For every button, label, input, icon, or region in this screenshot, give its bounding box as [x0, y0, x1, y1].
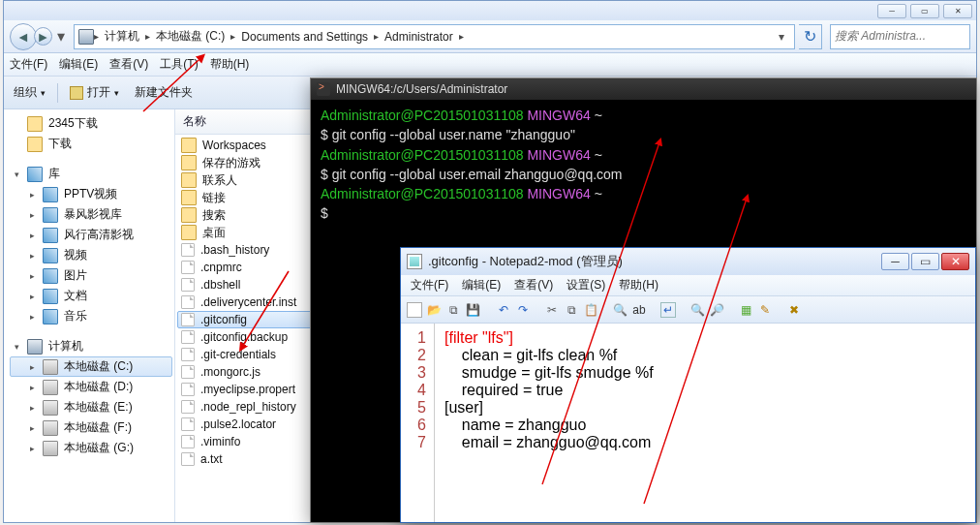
- notepad-editor[interactable]: 1234567 [filter "lfs"] clean = git-lfs c…: [401, 324, 975, 522]
- folder-icon: [181, 155, 197, 170]
- copy-icon[interactable]: ⧉: [564, 302, 579, 318]
- notepad-toolbar: □ 📂 ⧉ 💾 ↶ ↷ ✂ ⧉ 📋 🔍 ab ↵ 🔍 🔎 ▦ ✎ ✖: [401, 296, 975, 324]
- menu-help[interactable]: 帮助(H): [210, 56, 250, 73]
- refresh-button[interactable]: ↻: [799, 24, 822, 49]
- file-row[interactable]: .git-credentials: [177, 346, 325, 363]
- terminal-titlebar[interactable]: MINGW64:/c/Users/Administrator: [311, 78, 976, 100]
- nav-forward-button[interactable]: ►: [34, 27, 52, 46]
- browse-icon[interactable]: ⧉: [445, 302, 461, 318]
- organize-button[interactable]: 组织 ▾: [10, 84, 49, 101]
- close-button[interactable]: ✕: [943, 4, 972, 18]
- file-row[interactable]: .deliverycenter.inst: [177, 293, 325, 311]
- menu-tools[interactable]: 工具(T): [160, 56, 198, 73]
- save-icon[interactable]: 💾: [465, 302, 480, 318]
- cut-icon[interactable]: ✂: [544, 302, 560, 318]
- new-icon[interactable]: □: [407, 302, 422, 318]
- file-row[interactable]: .viminfo: [177, 433, 325, 450]
- tree-item[interactable]: ▸视频: [10, 245, 172, 265]
- column-header-name[interactable]: 名称: [175, 109, 327, 135]
- notepad-window: .gitconfig - Notepad2-mod (管理员) ─ ▭ ✕ 文件…: [400, 247, 976, 523]
- scheme-icon[interactable]: ▦: [738, 302, 753, 318]
- path-dropdown[interactable]: ▾: [773, 30, 790, 44]
- terminal-title: MINGW64:/c/Users/Administrator: [336, 82, 507, 96]
- folder-icon: [181, 172, 197, 188]
- minimize-button[interactable]: ─: [881, 253, 909, 270]
- drive-icon: [43, 441, 58, 456]
- zoomout-icon[interactable]: 🔎: [709, 302, 724, 318]
- tree-drive-item[interactable]: ▸本地磁盘 (E:): [10, 397, 172, 417]
- menu-view[interactable]: 查看(V): [109, 56, 148, 73]
- maximize-button[interactable]: ▭: [910, 4, 939, 18]
- tree-item[interactable]: ▸图片: [10, 265, 172, 286]
- replace-icon[interactable]: ab: [631, 302, 647, 318]
- menu-edit[interactable]: 编辑(E): [59, 56, 98, 73]
- custom-icon[interactable]: ✎: [757, 302, 773, 318]
- wrap-icon[interactable]: ↵: [660, 302, 676, 318]
- library-item-icon: [43, 248, 58, 263]
- drive-icon: [43, 400, 58, 416]
- tree-drive-item[interactable]: ▸本地磁盘 (F:): [10, 417, 172, 438]
- file-row[interactable]: a.txt: [177, 450, 325, 468]
- menu-file[interactable]: 文件(F): [411, 277, 448, 293]
- menu-setting[interactable]: 设置(S): [567, 277, 605, 293]
- tree-item[interactable]: ▸PPTV视频: [10, 184, 172, 204]
- tree-library-title[interactable]: 库: [48, 166, 60, 182]
- undo-icon[interactable]: ↶: [496, 302, 511, 318]
- file-row[interactable]: 链接: [177, 189, 325, 206]
- redo-icon[interactable]: ↷: [515, 302, 531, 318]
- tree-drive-item[interactable]: ▸本地磁盘 (C:): [10, 356, 172, 377]
- minimize-button[interactable]: ─: [877, 4, 906, 18]
- library-item-icon: [43, 289, 58, 304]
- nav-history-dropdown[interactable]: ▾: [52, 27, 70, 46]
- file-row[interactable]: .myeclipse.propert: [177, 381, 325, 398]
- tree-drive-item[interactable]: ▸本地磁盘 (D:): [10, 377, 172, 397]
- menu-view[interactable]: 查看(V): [514, 277, 553, 293]
- tree-item[interactable]: ▸风行高清影视: [10, 225, 172, 245]
- file-row[interactable]: .mongorc.js: [177, 363, 325, 381]
- file-row[interactable]: 保存的游戏: [177, 154, 325, 171]
- file-row[interactable]: 搜索: [177, 206, 325, 224]
- library-icon: [27, 167, 43, 182]
- paste-icon[interactable]: 📋: [583, 302, 598, 318]
- maximize-button[interactable]: ▭: [911, 253, 939, 270]
- exit-icon[interactable]: ✖: [786, 302, 802, 318]
- menu-edit[interactable]: 编辑(E): [462, 277, 501, 293]
- new-folder-button[interactable]: 新建文件夹: [131, 84, 197, 101]
- tree-item[interactable]: ▸音乐: [10, 306, 172, 326]
- file-row[interactable]: 桌面: [177, 224, 325, 241]
- menu-help[interactable]: 帮助(H): [619, 277, 658, 293]
- file-row[interactable]: .gitconfig.backup: [177, 328, 325, 346]
- file-row[interactable]: .bash_history: [177, 241, 325, 259]
- file-icon: [181, 400, 195, 414]
- file-row[interactable]: Workspaces: [177, 137, 325, 154]
- explorer-titlebar[interactable]: ─ ▭ ✕: [4, 1, 976, 20]
- notepad-titlebar[interactable]: .gitconfig - Notepad2-mod (管理员) ─ ▭ ✕: [401, 248, 975, 275]
- file-row[interactable]: .dbshell: [177, 276, 325, 293]
- tree-item[interactable]: 下载: [10, 134, 172, 154]
- folder-icon: [181, 225, 197, 240]
- breadcrumb-item[interactable]: Administrator: [379, 25, 459, 48]
- find-icon[interactable]: 🔍: [612, 302, 628, 318]
- nav-back-button[interactable]: ◄: [10, 23, 37, 50]
- tree-computer-title[interactable]: 计算机: [48, 338, 83, 355]
- open-icon[interactable]: 📂: [426, 302, 442, 318]
- tree-item[interactable]: ▸文档: [10, 286, 172, 306]
- file-row[interactable]: .pulse2.locator: [177, 416, 325, 433]
- breadcrumb[interactable]: ▸ 计算机▸ 本地磁盘 (C:)▸ Documents and Settings…: [74, 24, 795, 49]
- close-button[interactable]: ✕: [941, 253, 969, 270]
- file-row[interactable]: .cnpmrc: [177, 259, 325, 276]
- breadcrumb-item[interactable]: 本地磁盘 (C:): [150, 25, 230, 48]
- breadcrumb-item[interactable]: Documents and Settings: [235, 25, 374, 48]
- file-row[interactable]: .gitconfig: [177, 311, 325, 328]
- file-row[interactable]: 联系人: [177, 171, 325, 189]
- search-input[interactable]: 搜索 Administra...: [830, 24, 970, 49]
- tree-item[interactable]: ▸暴风影视库: [10, 204, 172, 225]
- tree-drive-item[interactable]: ▸本地磁盘 (G:): [10, 438, 172, 458]
- open-button[interactable]: 打开 ▾: [66, 84, 123, 101]
- file-row[interactable]: .node_repl_history: [177, 398, 325, 416]
- breadcrumb-item[interactable]: 计算机: [99, 25, 145, 48]
- zoomin-icon[interactable]: 🔍: [689, 302, 705, 318]
- folder-icon: [181, 190, 197, 205]
- tree-item[interactable]: 2345下载: [10, 113, 172, 134]
- menu-file[interactable]: 文件(F): [10, 56, 47, 73]
